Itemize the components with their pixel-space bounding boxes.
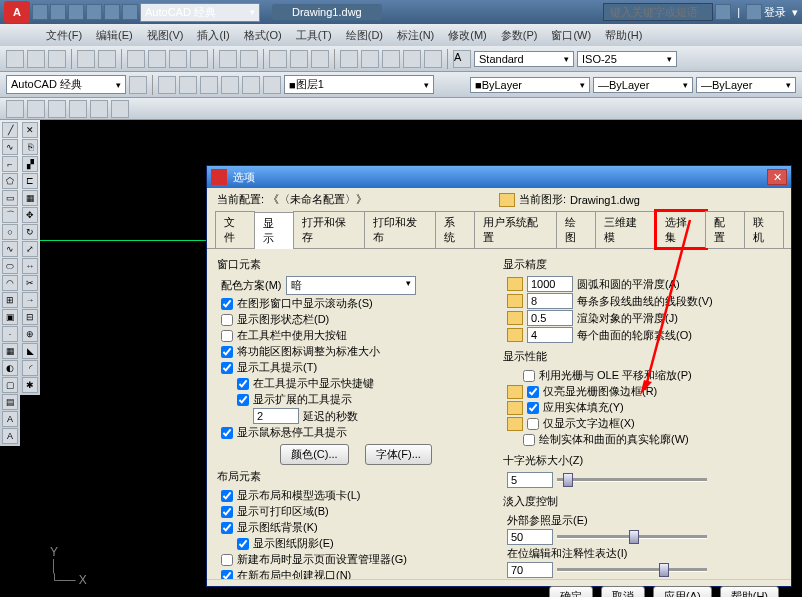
viewport-checkbox[interactable]	[221, 570, 233, 580]
rb-zoom-icon[interactable]	[290, 50, 308, 68]
search-input[interactable]	[603, 3, 713, 21]
tab-open[interactable]: 打开和保存	[293, 211, 365, 248]
layer-mgr-icon[interactable]	[158, 76, 176, 94]
rect-icon[interactable]: ▭	[2, 190, 18, 206]
dim-icon-6[interactable]	[111, 100, 129, 118]
explode-icon[interactable]: ✱	[22, 377, 38, 393]
layer-color-icon[interactable]	[263, 76, 281, 94]
ellipse-arc-icon[interactable]: ◠	[2, 275, 18, 291]
delay-input[interactable]: 2	[253, 408, 299, 424]
rb-a-icon[interactable]: A	[453, 50, 471, 68]
rb-redo2-icon[interactable]	[240, 50, 258, 68]
text-icon[interactable]: A	[2, 411, 18, 427]
statusbar-checkbox[interactable]	[221, 314, 233, 326]
shadow-checkbox[interactable]	[237, 538, 249, 550]
dim-icon-4[interactable]	[69, 100, 87, 118]
pline-icon[interactable]: ∿	[2, 139, 18, 155]
search-icon[interactable]	[715, 4, 731, 20]
tab-profile[interactable]: 配置	[705, 211, 745, 248]
layer-filter-icon[interactable]	[179, 76, 197, 94]
inplace-fade-slider[interactable]	[557, 562, 707, 578]
layer-bulb-icon[interactable]	[221, 76, 239, 94]
insert-icon[interactable]: ⊞	[2, 292, 18, 308]
erase-icon[interactable]: ✕	[22, 122, 38, 138]
tab-user[interactable]: 用户系统配置	[474, 211, 557, 248]
ribbonstd-checkbox[interactable]	[221, 346, 233, 358]
menu-draw[interactable]: 绘图(D)	[340, 26, 389, 45]
dimstyle-combo[interactable]: ISO-25	[577, 51, 677, 67]
linetype-combo[interactable]: — ByLayer	[593, 77, 693, 93]
tab-file[interactable]: 文件	[215, 211, 255, 248]
rb-undo2-icon[interactable]	[219, 50, 237, 68]
cancel-button[interactable]: 取消	[601, 586, 645, 597]
rb-orbit-icon[interactable]	[311, 50, 329, 68]
textframe-checkbox[interactable]	[527, 418, 539, 430]
lineweight-combo[interactable]: — ByLayer	[696, 77, 796, 93]
block-icon[interactable]: ▣	[2, 309, 18, 325]
tab-3d[interactable]: 三维建模	[595, 211, 657, 248]
xref-fade-slider[interactable]	[557, 529, 707, 545]
contour-input[interactable]: 4	[527, 327, 573, 343]
menu-insert[interactable]: 插入(I)	[191, 26, 235, 45]
gradient-icon[interactable]: ◐	[2, 360, 18, 376]
layer-sun-icon[interactable]	[200, 76, 218, 94]
trim-icon[interactable]: ✂	[22, 275, 38, 291]
solidfill-checkbox[interactable]	[527, 402, 539, 414]
silhouette-checkbox[interactable]	[523, 434, 535, 446]
arcsmooth-input[interactable]: 1000	[527, 276, 573, 292]
dialog-titlebar[interactable]: 选项 ✕	[207, 166, 791, 188]
xref-fade-input[interactable]: 50	[507, 529, 553, 545]
fonts-button[interactable]: 字体(F)...	[365, 444, 432, 465]
menu-view[interactable]: 视图(V)	[141, 26, 190, 45]
rb-tool-icon[interactable]	[403, 50, 421, 68]
join-icon[interactable]: ⊕	[22, 326, 38, 342]
textstyle-combo[interactable]: Standard	[474, 51, 574, 67]
tooltip-checkbox[interactable]	[221, 362, 233, 374]
raster-checkbox[interactable]	[523, 370, 535, 382]
printable-checkbox[interactable]	[221, 506, 233, 518]
rb-pan-icon[interactable]	[269, 50, 287, 68]
fillet-icon[interactable]: ◜	[22, 360, 38, 376]
plineseg-input[interactable]: 8	[527, 293, 573, 309]
linecolor-combo[interactable]: ■ ByLayer	[470, 77, 590, 93]
hatch-icon[interactable]: ▦	[2, 343, 18, 359]
layer-combo[interactable]: ■ 图层1	[284, 75, 434, 94]
rotate-icon[interactable]: ↻	[22, 224, 38, 240]
help-button[interactable]: 帮助(H)	[720, 586, 779, 597]
rb-save-icon[interactable]	[48, 50, 66, 68]
colors-button[interactable]: 颜色(C)...	[280, 444, 348, 465]
polygon-icon[interactable]: ⬠	[2, 173, 18, 189]
menu-file[interactable]: 文件(F)	[40, 26, 88, 45]
login-button[interactable]: 登录	[764, 5, 786, 20]
table-icon[interactable]: ▤	[2, 394, 18, 410]
pagesetup-checkbox[interactable]	[221, 554, 233, 566]
tb-print-icon[interactable]	[86, 4, 102, 20]
exttip-checkbox[interactable]	[237, 394, 249, 406]
app-logo[interactable]: A	[4, 1, 30, 23]
dim-icon-3[interactable]	[48, 100, 66, 118]
menu-format[interactable]: 格式(O)	[238, 26, 288, 45]
menu-modify[interactable]: 修改(M)	[442, 26, 493, 45]
extend-icon[interactable]: →	[22, 292, 38, 308]
break-icon[interactable]: ⊟	[22, 309, 38, 325]
close-button[interactable]: ✕	[767, 169, 787, 185]
paperbg-checkbox[interactable]	[221, 522, 233, 534]
tab-select[interactable]: 选择集	[656, 211, 707, 248]
chamfer-icon[interactable]: ◣	[22, 343, 38, 359]
tb-new-icon[interactable]	[32, 4, 48, 20]
menu-tools[interactable]: 工具(T)	[290, 26, 338, 45]
tb-redo-icon[interactable]	[122, 4, 138, 20]
workspace-top-combo[interactable]: AutoCAD 经典	[140, 3, 260, 22]
dim-icon-2[interactable]	[27, 100, 45, 118]
hover-checkbox[interactable]	[221, 427, 233, 439]
rb-cut-icon[interactable]	[127, 50, 145, 68]
rb-calc-icon[interactable]	[424, 50, 442, 68]
crosshair-slider[interactable]	[557, 472, 707, 488]
workspace-combo[interactable]: AutoCAD 经典	[6, 75, 126, 94]
dim-icon-5[interactable]	[90, 100, 108, 118]
offset-icon[interactable]: ⊏	[22, 173, 38, 189]
mirror-icon[interactable]: ▞	[22, 156, 38, 172]
mtext-icon[interactable]: A	[2, 428, 18, 444]
rb-layers-icon[interactable]	[340, 50, 358, 68]
point-icon[interactable]: ·	[2, 326, 18, 342]
